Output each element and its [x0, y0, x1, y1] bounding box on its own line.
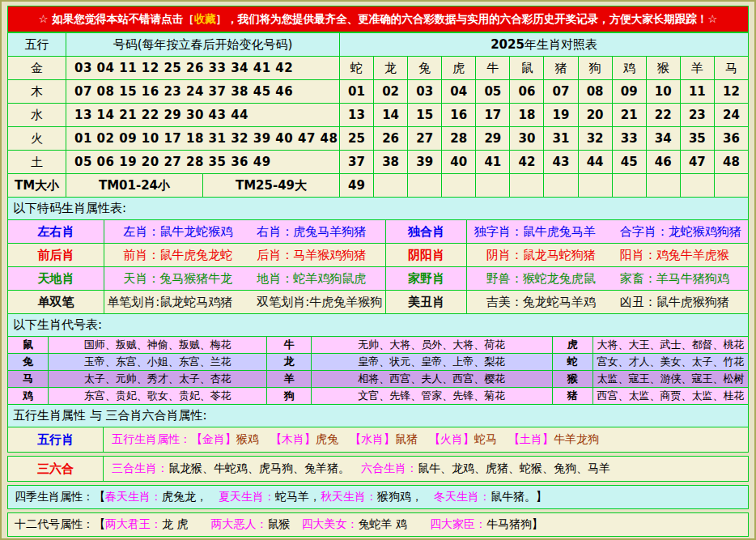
zodiac-header-cell: 牛	[476, 57, 510, 80]
tm-big-range: TM25-49大	[203, 174, 340, 198]
year-label: 2025	[491, 37, 525, 52]
attribute-content: 天肖：兔马猴猪牛龙 地肖：蛇羊鸡狗鼠虎	[104, 267, 385, 291]
wuxing-part: 鼠猪	[395, 432, 418, 445]
five-elements-zodiac-table: 五行 号码(每年按立春后开始变化号码) 2025年生肖对照表 金03 04 11…	[7, 32, 749, 198]
ball-number-cell: 35	[680, 127, 714, 151]
ball-number-cell: 10	[646, 80, 680, 104]
ball-number-cell: 19	[544, 104, 578, 127]
codename-list: 无帅、大将、员外、大将、荷花	[312, 337, 552, 354]
prop-section-title: 五行生肖属性 与 三合肖六合肖属性:	[7, 404, 749, 427]
attribute-content: 阴肖：鼠龙马蛇狗猪 阳肖：鸡兔牛羊虎猴	[467, 244, 749, 267]
ball-number-cell	[442, 174, 476, 198]
zodiac-animal-label: 虎	[552, 337, 592, 354]
zodiac-chart-header: 2025年生肖对照表	[340, 33, 749, 57]
wuxing-label: 五行肖	[8, 427, 104, 453]
codename-row: 马太子、元帅、秀才、太子、杏花羊相将、西宫、夫人、西宫、樱花猴太监、寇王、游侠、…	[8, 371, 749, 388]
ball-number-cell: 46	[646, 151, 680, 174]
zodiac-animal-label: 龙	[267, 354, 312, 371]
season-part: 鼠牛猪。】	[491, 490, 547, 503]
season-part: 春天生肖：	[105, 490, 162, 503]
ball-number-cell: 07	[544, 80, 578, 104]
bookmark-link[interactable]: 收藏	[194, 12, 216, 25]
wuxing-part: 蛇马	[474, 432, 497, 445]
wuxing-part: 猴鸡	[236, 432, 259, 445]
ball-number-cell: 01	[340, 80, 374, 104]
element-row: 火01 02 09 10 17 18 31 32 39 40 47 482526…	[8, 127, 749, 151]
codename-list: 太监、寇王、游侠、寇王、松树	[592, 371, 748, 388]
codename-row: 鸡东宫、贵妃、歌女、贵妃、苓花狗文官、先锋、管家、先锋、菊花猪西宫、太监、商贾、…	[8, 388, 749, 405]
ball-number-cell: 06	[510, 80, 544, 104]
ball-number-cell: 40	[442, 151, 476, 174]
ball-number-cell: 21	[612, 104, 646, 127]
tm-row-label: TM大小	[8, 174, 66, 198]
attribute-row: 天地肖天肖：兔马猴猪牛龙 地肖：蛇羊鸡狗鼠虎家野肖野兽：猴蛇龙兔虎鼠 家畜：羊马…	[8, 267, 749, 291]
ball-number-cell: 36	[714, 127, 748, 151]
ball-number-cell: 18	[510, 104, 544, 127]
season-part: 秋天生肖：	[321, 490, 377, 503]
ball-number-cell	[476, 174, 510, 198]
element-numbers: 13 14 21 22 29 30 43 44	[66, 104, 340, 127]
ball-number-cell: 41	[476, 151, 510, 174]
codename-list: 相将、西宫、夫人、西宫、樱花	[312, 371, 552, 388]
ball-number-cell: 31	[544, 127, 578, 151]
twelve-part: 十二代号属性：【	[15, 517, 105, 530]
ball-number-cell: 26	[374, 127, 408, 151]
zodiac-animal-label: 猪	[552, 388, 592, 405]
zodiac-header-cell: 蛇	[340, 57, 374, 80]
attr-section-title: 以下特码生肖属性表:	[7, 197, 749, 220]
zodiac-animal-label: 羊	[267, 371, 312, 388]
twelve-part: 两大恶人：	[210, 517, 267, 530]
twelve-part: 龙 虎	[162, 517, 210, 530]
attribute-label: 独合肖	[385, 220, 467, 244]
banner-text-before: ☆ 如果您觉得本站不错请点击［	[39, 12, 194, 25]
codename-list: 大将、大王、武士、都督、桃花	[592, 337, 748, 354]
ball-number-cell: 34	[646, 127, 680, 151]
twelve-part: 兔蛇羊 鸡	[358, 517, 429, 530]
element-numbers: 01 02 09 10 17 18 31 32 39 40 47 48	[66, 127, 340, 151]
twelve-part: 四大美女：	[301, 517, 358, 530]
season-part: 四季生肖属性：【	[15, 490, 105, 503]
zodiac-header-cell: 鸡	[612, 57, 646, 80]
zodiac-animal-label: 狗	[267, 388, 312, 405]
attribute-label: 天地肖	[8, 267, 104, 291]
element-label: 金	[8, 57, 66, 80]
attribute-label: 前后肖	[8, 244, 104, 267]
zodiac-header-cell: 猴	[646, 57, 680, 80]
zodiac-header-cell: 狗	[578, 57, 612, 80]
zodiac-header-cell: 羊	[680, 57, 714, 80]
ball-number-cell: 29	[476, 127, 510, 151]
ball-number-cell: 30	[510, 127, 544, 151]
sanliuhe-content: 三合生肖：鼠龙猴、牛蛇鸡、虎马狗、兔羊猪。 六合生肖：鼠牛、龙鸡、虎猪、蛇猴、兔…	[104, 457, 749, 482]
attribute-label: 左右肖	[8, 220, 104, 244]
element-numbers: 05 06 19 20 27 28 35 36 49	[66, 151, 340, 174]
ball-number-cell	[680, 174, 714, 198]
attribute-row: 前后肖前肖：鼠牛虎兔龙蛇 后肖：马羊猴鸡狗猪阴阳肖阴肖：鼠龙马蛇狗猪 阳肖：鸡兔…	[8, 244, 749, 267]
attribute-label: 家野肖	[385, 267, 467, 291]
zodiac-animal-label: 鸡	[8, 388, 49, 405]
year-suffix: 年生肖对照表	[525, 37, 597, 52]
codename-row: 兔玉帝、东宫、小姐、东宫、兰花龙皇帝、状元、皇帝、上帝、梨花蛇宫女、才人、美女、…	[8, 354, 749, 371]
code-section-title: 以下生肖代号表:	[7, 313, 749, 337]
season-part: 猴狗鸡，	[377, 490, 434, 503]
zodiac-header-cell: 龙	[374, 57, 408, 80]
sanliuhe-label: 三六合	[8, 457, 104, 482]
ball-number-cell: 37	[340, 151, 374, 174]
twelve-part: 牛马猪狗】	[486, 517, 543, 530]
attribute-row: 单双笔单笔划肖:鼠龙蛇马鸡猪 双笔划肖:牛虎兔羊猴狗美丑肖吉美：兔龙蛇马羊鸡 凶…	[8, 291, 749, 314]
sanliuhe-part: 鼠牛、龙鸡、虎猪、蛇猴、兔狗、马羊	[418, 461, 610, 474]
ball-number-cell: 08	[578, 80, 612, 104]
season-part: 夏天生肖：	[219, 490, 275, 503]
ball-number-cell: 11	[680, 80, 714, 104]
wuxing-header: 五行	[8, 33, 66, 57]
attribute-content: 独字肖：鼠牛虎兔马羊 合字肖：龙蛇猴鸡狗猪	[467, 220, 749, 244]
ball-number-cell: 23	[680, 104, 714, 127]
ball-number-cell: 33	[612, 127, 646, 151]
ball-number-cell: 25	[340, 127, 374, 151]
wuxing-property-row: 五行肖 五行生肖属性：【金肖】猴鸡 【木肖】虎兔 【水肖】鼠猪 【火肖】蛇马 【…	[7, 427, 749, 453]
element-label: 火	[8, 127, 66, 151]
element-row: 土05 06 19 20 27 28 35 36 493738394041424…	[8, 151, 749, 174]
ball-number-cell: 15	[408, 104, 442, 127]
ball-number-cell	[510, 174, 544, 198]
twelve-codename-property-row: 十二代号属性：【两大君王：龙 虎 两大恶人：鼠猴 四大美女：兔蛇羊 鸡 四大家臣…	[7, 512, 749, 537]
zodiac-animal-label: 蛇	[552, 354, 592, 371]
